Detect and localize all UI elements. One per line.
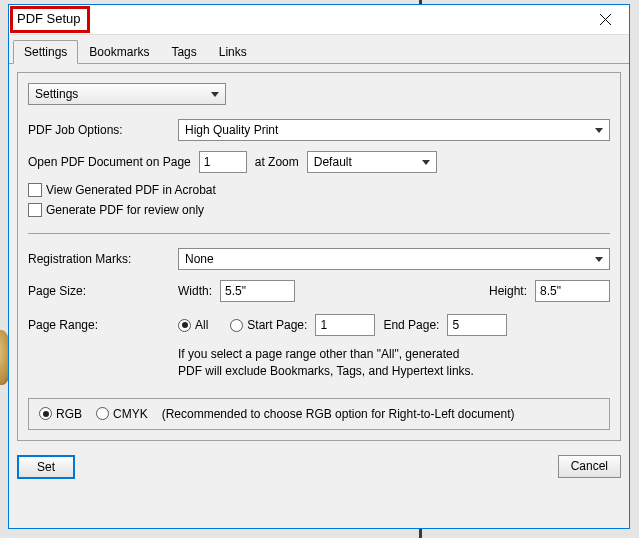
cancel-button[interactable]: Cancel [558,455,621,478]
view-acrobat-label: View Generated PDF in Acrobat [46,183,216,197]
chevron-down-icon [595,128,603,133]
dialog-title: PDF Setup [17,11,81,26]
height-label: Height: [489,284,527,298]
range-all-radio[interactable]: All [178,318,208,332]
width-input[interactable] [220,280,295,302]
radio-icon [178,319,191,332]
reg-marks-value: None [185,252,214,266]
reg-marks-label: Registration Marks: [28,252,178,266]
review-only-checkbox[interactable]: Generate PDF for review only [28,203,610,217]
job-options-value: High Quality Print [185,123,278,137]
zoom-value: Default [314,155,352,169]
start-page-input[interactable] [315,314,375,336]
tab-tags[interactable]: Tags [160,40,207,64]
review-only-label: Generate PDF for review only [46,203,204,217]
section-dropdown[interactable]: Settings [28,83,226,105]
tab-bookmarks[interactable]: Bookmarks [78,40,160,64]
width-label: Width: [178,284,212,298]
chevron-down-icon [422,160,430,165]
note-line: PDF will exclude Bookmarks, Tags, and Hy… [178,363,610,380]
open-page-label: Open PDF Document on Page [28,155,191,169]
radio-icon [39,407,52,420]
chevron-down-icon [595,257,603,262]
zoom-label: at Zoom [255,155,299,169]
checkbox-icon [28,183,42,197]
color-mode-note: (Recommended to choose RGB option for Ri… [162,407,515,421]
settings-panel: Settings PDF Job Options: High Quality P… [17,72,621,441]
tab-links[interactable]: Links [208,40,258,64]
pdf-setup-dialog: PDF Setup Settings Bookmarks Tags Links … [8,4,630,529]
cmyk-label: CMYK [113,407,148,421]
checkbox-icon [28,203,42,217]
tab-settings[interactable]: Settings [13,40,78,64]
reg-marks-dropdown[interactable]: None [178,248,610,270]
zoom-dropdown[interactable]: Default [307,151,437,173]
page-range-note: If you select a page range other than "A… [178,346,610,380]
range-start-label: Start Page: [247,318,307,332]
rgb-radio[interactable]: RGB [39,407,82,421]
view-acrobat-checkbox[interactable]: View Generated PDF in Acrobat [28,183,610,197]
dialog-title-highlight: PDF Setup [10,6,90,33]
divider [28,233,610,234]
radio-icon [96,407,109,420]
open-page-input[interactable] [199,151,247,173]
note-line: If you select a page range other than "A… [178,346,610,363]
close-icon [600,14,611,25]
range-all-label: All [195,318,208,332]
color-mode-group: RGB CMYK (Recommended to choose RGB opti… [28,398,610,430]
job-options-label: PDF Job Options: [28,123,178,137]
tab-content: Settings PDF Job Options: High Quality P… [9,64,629,449]
page-size-label: Page Size: [28,284,178,298]
range-start-radio[interactable]: Start Page: [230,318,307,332]
section-dropdown-label: Settings [35,87,78,101]
page-range-label: Page Range: [28,318,178,332]
end-page-input[interactable] [447,314,507,336]
radio-icon [230,319,243,332]
rgb-label: RGB [56,407,82,421]
height-input[interactable] [535,280,610,302]
button-bar: Set Cancel [9,449,629,487]
cmyk-radio[interactable]: CMYK [96,407,148,421]
tabstrip: Settings Bookmarks Tags Links [9,35,629,64]
titlebar: PDF Setup [9,5,629,35]
end-page-label: End Page: [383,318,439,332]
set-button[interactable]: Set [17,455,75,479]
chevron-down-icon [211,92,219,97]
close-button[interactable] [589,8,621,32]
job-options-dropdown[interactable]: High Quality Print [178,119,610,141]
